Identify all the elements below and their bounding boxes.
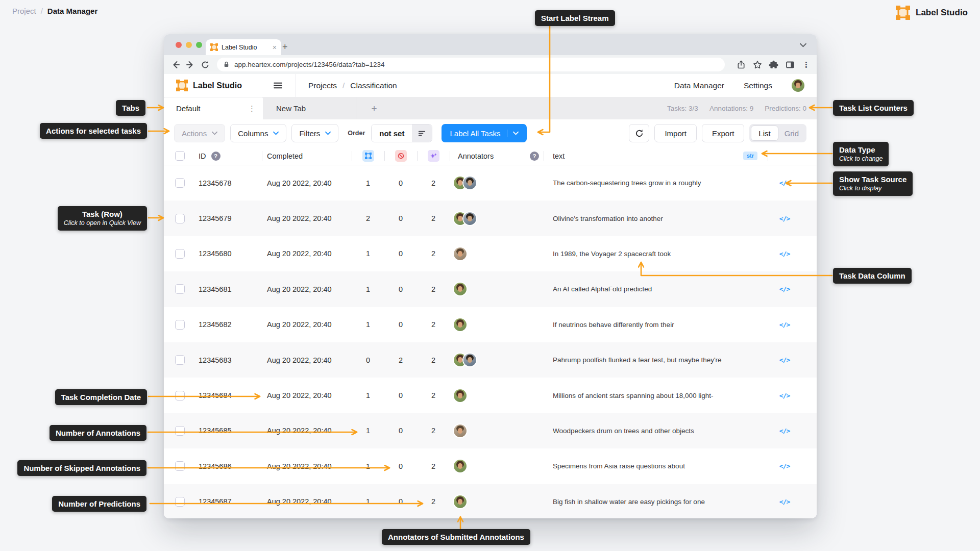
address-bar[interactable]: app.heartex.com/projects/123456/data?tab… <box>217 58 725 71</box>
show-source-icon[interactable]: </> <box>779 285 790 293</box>
bookmark-star-icon[interactable] <box>752 60 763 70</box>
annotations-count-cell: 1 <box>352 236 384 271</box>
help-icon[interactable]: ? <box>530 152 539 161</box>
row-checkbox[interactable] <box>175 214 185 223</box>
table-row[interactable]: 12345681 Aug 20 2022, 20:40 1 0 2 An AI … <box>164 271 817 307</box>
side-panel-icon[interactable] <box>785 60 795 70</box>
hamburger-menu-icon[interactable] <box>273 80 283 91</box>
row-checkbox[interactable] <box>175 391 185 400</box>
table-row[interactable]: 12345685 Aug 20 2022, 20:40 1 0 2 Woodpe… <box>164 413 817 448</box>
table-row[interactable]: 12345683 Aug 20 2022, 20:40 0 2 2 Pahrum… <box>164 342 817 378</box>
show-source-icon[interactable]: </> <box>779 427 790 435</box>
export-label: Export <box>709 129 737 138</box>
show-source-icon[interactable]: </> <box>779 321 790 329</box>
filters-dropdown[interactable]: Filters <box>291 124 338 142</box>
table-row[interactable]: 12345686 Aug 20 2022, 20:40 1 0 2 Specim… <box>164 448 817 484</box>
table-row[interactable]: 12345680 Aug 20 2022, 20:40 1 0 2 In 198… <box>164 236 817 271</box>
task-text-cell: Big fish in shallow water are easy picki… <box>544 484 732 518</box>
view-tabs-bar: Default ⋮ New Tab + Tasks: 3/3 Annotatio… <box>164 97 817 119</box>
actions-dropdown[interactable]: Actions <box>174 124 225 142</box>
order-control[interactable]: not set <box>371 124 432 142</box>
export-button[interactable]: Export <box>702 124 744 142</box>
share-icon[interactable] <box>736 60 746 70</box>
browser-menu-kebab-icon[interactable]: ⋮ <box>802 60 810 69</box>
sort-icon[interactable] <box>412 124 432 142</box>
row-checkbox[interactable] <box>175 461 185 471</box>
column-header-text[interactable]: text <box>544 147 732 165</box>
reload-icon[interactable] <box>200 60 210 70</box>
browser-tab[interactable]: Label Studio × <box>206 39 281 55</box>
nav-data-manager-link[interactable]: Data Manager <box>674 81 724 90</box>
show-source-icon[interactable]: </> <box>779 498 790 506</box>
column-header-id[interactable]: ID ? <box>192 147 243 165</box>
row-checkbox[interactable] <box>175 249 185 259</box>
annotations-count-cell: 1 <box>352 271 384 307</box>
nav-settings-link[interactable]: Settings <box>744 81 772 90</box>
show-source-icon[interactable]: </> <box>779 179 790 187</box>
row-checkbox[interactable] <box>175 284 185 294</box>
header-divider <box>296 74 296 97</box>
table-row[interactable]: 12345684 Aug 20 2022, 20:40 1 0 2 Millio… <box>164 378 817 413</box>
show-source-icon[interactable]: </> <box>779 215 790 222</box>
row-checkbox[interactable] <box>175 178 185 188</box>
select-all-checkbox[interactable] <box>175 151 185 161</box>
row-checkbox[interactable] <box>175 426 185 436</box>
browser-new-tab-button[interactable]: + <box>282 42 288 52</box>
column-header-predictions[interactable] <box>417 147 450 165</box>
import-button[interactable]: Import <box>654 124 697 142</box>
row-checkbox[interactable] <box>175 355 185 365</box>
annotations-count-cell: 0 <box>352 342 384 378</box>
table-row[interactable]: 12345678 Aug 20 2022, 20:40 1 0 2 The ca… <box>164 165 817 201</box>
callout-data-type: Data Type Click to change <box>833 142 889 166</box>
back-icon[interactable] <box>170 60 181 70</box>
extensions-puzzle-icon[interactable] <box>769 60 779 70</box>
columns-dropdown[interactable]: Columns <box>230 124 286 142</box>
column-header-completed[interactable]: Completed <box>262 147 352 165</box>
chevron-down-icon[interactable] <box>800 43 806 47</box>
minimize-window-button[interactable] <box>186 42 192 48</box>
maximize-window-button[interactable] <box>196 42 202 48</box>
add-tab-button[interactable]: + <box>356 97 392 119</box>
forward-icon[interactable] <box>185 60 195 70</box>
close-window-button[interactable] <box>176 42 182 48</box>
callout-number-of-annotations: Number of Annotations <box>50 425 146 441</box>
close-tab-icon[interactable]: × <box>273 44 277 51</box>
help-icon[interactable]: ? <box>211 152 220 161</box>
view-grid-button[interactable]: Grid <box>778 129 805 138</box>
show-source-icon[interactable]: </> <box>779 250 790 258</box>
show-source-icon[interactable]: </> <box>779 392 790 399</box>
skipped-count-cell: 2 <box>384 342 417 378</box>
breadcrumb-project-link[interactable]: Project <box>12 7 36 15</box>
predictions-count-cell: 2 <box>417 378 450 413</box>
column-header-annotators[interactable]: Annotators <box>450 147 525 165</box>
table-row[interactable]: 12345687 Aug 20 2022, 20:40 1 0 2 Big fi… <box>164 484 817 518</box>
refresh-button[interactable] <box>629 124 649 142</box>
column-header-annotations[interactable] <box>352 147 384 165</box>
tab-default[interactable]: Default ⋮ <box>164 97 263 119</box>
predictions-count-cell: 2 <box>417 201 450 236</box>
order-label: Order <box>348 130 365 137</box>
app-breadcrumb-projects-link[interactable]: Projects <box>308 81 337 90</box>
callout-task-data-column: Task Data Column <box>833 268 912 284</box>
view-list-button[interactable]: List <box>751 126 778 141</box>
tab-new-tab[interactable]: New Tab <box>263 97 356 119</box>
table-row[interactable]: 12345679 Aug 20 2022, 20:40 2 0 2 Olivin… <box>164 201 817 236</box>
user-avatar[interactable] <box>792 79 804 92</box>
predictions-count-cell: 2 <box>417 236 450 271</box>
row-checkbox[interactable] <box>175 320 185 330</box>
show-source-icon[interactable]: </> <box>779 462 790 470</box>
row-checkbox[interactable] <box>175 497 185 507</box>
skipped-count-cell: 0 <box>384 413 417 448</box>
predictions-count-cell: 2 <box>417 413 450 448</box>
skipped-count-cell: 0 <box>384 484 417 518</box>
column-header-skipped[interactable] <box>384 147 417 165</box>
data-type-badge[interactable]: str <box>743 152 757 160</box>
table-row[interactable]: 12345682 Aug 20 2022, 20:40 1 0 2 If neu… <box>164 307 817 342</box>
show-source-icon[interactable]: </> <box>779 356 790 364</box>
label-all-tasks-button[interactable]: Label All Tasks <box>442 124 527 142</box>
columns-label: Columns <box>238 129 268 138</box>
label-studio-logo-icon <box>896 6 910 20</box>
tab-options-kebab-icon[interactable]: ⋮ <box>248 104 256 113</box>
address-bar-url: app.heartex.com/projects/123456/data?tab… <box>234 61 385 68</box>
task-text-cell: In 1989, the Voyager 2 spacecraft took <box>544 236 732 271</box>
